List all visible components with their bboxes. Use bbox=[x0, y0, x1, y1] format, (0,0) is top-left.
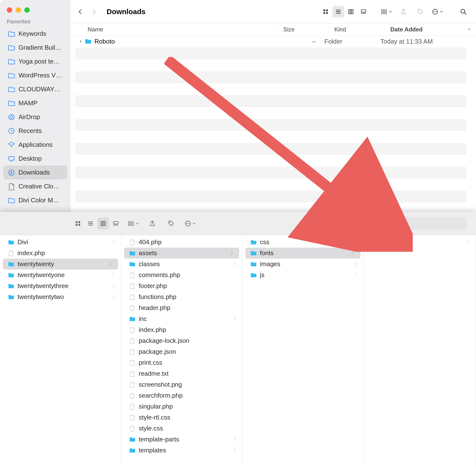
folder-icon bbox=[250, 261, 257, 268]
fullscreen-window-button[interactable] bbox=[24, 7, 30, 13]
column-item[interactable]: images〉 bbox=[242, 259, 363, 270]
column-item[interactable]: style-rtl.css bbox=[121, 412, 242, 423]
disclosure-triangle-icon[interactable] bbox=[79, 38, 85, 45]
more-actions-button[interactable] bbox=[185, 218, 196, 229]
window-controls bbox=[0, 3, 71, 18]
sidebar-item-airdrop[interactable]: AirDrop bbox=[0, 110, 71, 124]
view-icons-button[interactable] bbox=[320, 6, 331, 17]
sidebar-item-cloudway-[interactable]: CLOUDWAY… bbox=[0, 82, 71, 96]
item-label: index.php bbox=[17, 249, 118, 257]
column-item[interactable]: index.php bbox=[121, 324, 242, 335]
folder-icon bbox=[371, 239, 378, 246]
sidebar-item-desktop[interactable]: Desktop bbox=[0, 152, 71, 166]
item-label: comments.php bbox=[139, 271, 239, 279]
file-icon bbox=[129, 337, 136, 344]
column-item[interactable]: template-parts〉 bbox=[121, 434, 242, 445]
sidebar-item-divi-color-m-[interactable]: Divi Color M… bbox=[0, 193, 71, 207]
column-item[interactable]: header.php bbox=[121, 302, 242, 313]
column-item[interactable]: comments.php bbox=[121, 270, 242, 281]
column-item[interactable]: twentytwentythree〉 bbox=[0, 281, 121, 291]
item-label: style.css bbox=[139, 425, 239, 432]
folder-icon bbox=[8, 272, 15, 279]
column-item[interactable]: readme.txt bbox=[121, 368, 242, 379]
folder-icon bbox=[8, 261, 15, 268]
view-gallery-button[interactable] bbox=[358, 6, 369, 17]
folder-icon bbox=[8, 86, 15, 93]
column-3: css〉fonts〉images〉js〉 bbox=[242, 235, 363, 467]
view-columns-button[interactable] bbox=[345, 6, 357, 17]
column-item[interactable]: twentytwentytwo〉 bbox=[0, 291, 121, 302]
column-item[interactable]: footer.php bbox=[121, 281, 242, 291]
sidebar-item-applications[interactable]: Applications bbox=[0, 138, 71, 152]
tags-button[interactable] bbox=[165, 218, 177, 229]
column-header-size[interactable]: Size bbox=[278, 26, 329, 33]
column-header-kind[interactable]: Kind bbox=[329, 26, 385, 33]
tags-button[interactable] bbox=[415, 6, 426, 17]
column-item[interactable]: twentytwenty〉 bbox=[3, 259, 118, 270]
search-icon bbox=[368, 220, 374, 227]
group-by-button[interactable] bbox=[127, 218, 139, 229]
column-item[interactable]: style.css bbox=[121, 423, 242, 434]
search-field[interactable] bbox=[364, 217, 466, 230]
share-button[interactable] bbox=[147, 218, 158, 229]
file-kind: Folder bbox=[324, 38, 380, 45]
column-header-name[interactable]: Name bbox=[88, 26, 278, 33]
back-button[interactable] bbox=[75, 6, 86, 17]
column-item[interactable]: print.css bbox=[121, 357, 242, 368]
sidebar-item-mamp[interactable]: MAMP bbox=[0, 96, 71, 110]
file-date: Today at 11:33 AM bbox=[380, 38, 472, 45]
search-input[interactable] bbox=[376, 220, 462, 227]
share-button[interactable] bbox=[398, 6, 409, 17]
column-item[interactable]: assets〉 bbox=[124, 248, 239, 259]
sidebar-item-gradient-buil-[interactable]: Gradient Buil… bbox=[0, 41, 71, 54]
column-item[interactable]: templates〉 bbox=[121, 445, 242, 456]
sidebar-item-creative-clo-[interactable]: Creative Clo… bbox=[0, 180, 71, 193]
sidebar-item-yoga-post-te-[interactable]: Yoga post te… bbox=[0, 54, 71, 68]
item-label: 404.php bbox=[139, 238, 239, 246]
column-item[interactable]: css〉 bbox=[242, 237, 363, 248]
column-item[interactable]: package.json bbox=[121, 346, 242, 357]
column-item[interactable]: inc〉 bbox=[121, 313, 242, 324]
column-item[interactable]: singular.php bbox=[121, 401, 242, 412]
view-icons-button[interactable] bbox=[72, 218, 84, 229]
sidebar-item-label: Yoga post te… bbox=[18, 58, 60, 65]
column-item[interactable]: js〉 bbox=[242, 270, 363, 281]
column-item[interactable]: index.php bbox=[0, 248, 121, 259]
column-item[interactable]: inter〉 bbox=[363, 237, 476, 248]
sidebar-item-label: Gradient Buil… bbox=[18, 44, 61, 51]
column-item[interactable]: classes〉 bbox=[121, 259, 242, 270]
sidebar-item-keywords[interactable]: Keywords bbox=[0, 27, 71, 41]
more-actions-button[interactable] bbox=[432, 6, 443, 17]
close-window-button[interactable] bbox=[7, 7, 12, 13]
file-size: -- bbox=[273, 38, 324, 45]
column-item[interactable]: functions.php bbox=[121, 291, 242, 302]
column-item[interactable]: package-lock.json bbox=[121, 335, 242, 346]
sidebar-item-label: Applications bbox=[18, 141, 52, 149]
column-item[interactable]: Divi〉 bbox=[0, 237, 121, 248]
search-button[interactable] bbox=[458, 6, 469, 17]
forward-button[interactable] bbox=[88, 6, 100, 17]
view-columns-button[interactable] bbox=[97, 218, 109, 229]
file-row[interactable]: Roboto -- Folder Today at 11:33 AM bbox=[71, 36, 472, 48]
file-icon bbox=[8, 250, 15, 257]
sidebar-item-recents[interactable]: Recents bbox=[0, 124, 71, 138]
column-item[interactable]: twentytwentyone〉 bbox=[0, 270, 121, 281]
folder-icon bbox=[8, 44, 15, 51]
folder-icon bbox=[129, 261, 136, 268]
minimize-window-button[interactable] bbox=[16, 7, 21, 13]
view-gallery-button[interactable] bbox=[110, 218, 122, 229]
item-label: package-lock.json bbox=[139, 337, 239, 345]
view-list-button[interactable] bbox=[332, 6, 344, 17]
sidebar-item-downloads[interactable]: Downloads bbox=[3, 166, 67, 180]
chevron-down-icon bbox=[467, 26, 472, 33]
sidebar-item-wordpress-v-[interactable]: WordPress V… bbox=[0, 68, 71, 82]
group-by-button[interactable] bbox=[381, 6, 392, 17]
column-header-date-added[interactable]: Date Added bbox=[385, 26, 476, 33]
column-item[interactable]: 404.php bbox=[121, 237, 242, 248]
column-item[interactable]: fonts〉 bbox=[245, 248, 360, 259]
sidebar-item-label: AirDrop bbox=[18, 113, 40, 121]
folder-icon bbox=[250, 272, 257, 279]
column-item[interactable]: screenshot.png bbox=[121, 379, 242, 390]
column-item[interactable]: searchform.php bbox=[121, 390, 242, 401]
view-list-button[interactable] bbox=[85, 218, 96, 229]
